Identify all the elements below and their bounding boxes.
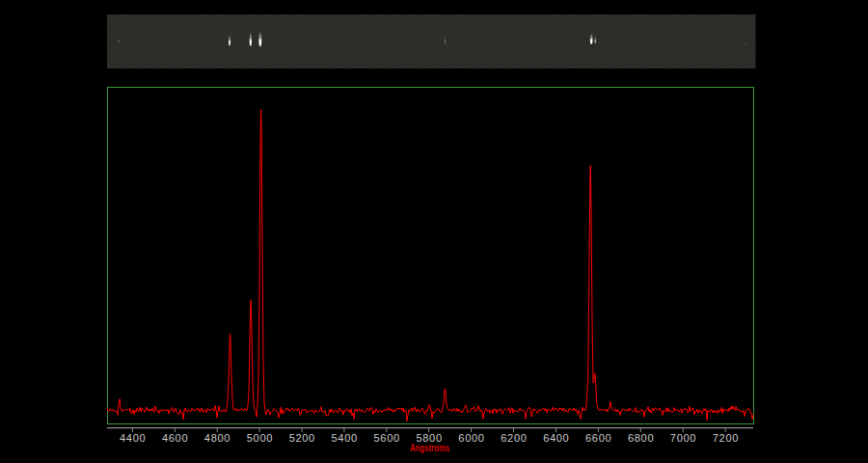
svg-text:4400: 4400 <box>120 432 146 444</box>
svg-text:7000: 7000 <box>670 432 696 444</box>
svg-text:6600: 6600 <box>585 432 611 444</box>
svg-text:6000: 6000 <box>458 432 484 444</box>
svg-text:4800: 4800 <box>204 432 231 444</box>
svg-text:5800: 5800 <box>416 432 442 444</box>
svg-text:Angstroms: Angstroms <box>410 443 449 453</box>
svg-text:5400: 5400 <box>332 432 358 444</box>
svg-text:5600: 5600 <box>374 432 400 444</box>
svg-text:6400: 6400 <box>543 432 569 444</box>
svg-text:6800: 6800 <box>628 432 654 444</box>
svg-text:5200: 5200 <box>289 432 315 444</box>
svg-text:5000: 5000 <box>247 432 273 444</box>
svg-text:7200: 7200 <box>713 432 739 444</box>
svg-text:4600: 4600 <box>162 432 188 444</box>
svg-text:6200: 6200 <box>501 432 527 444</box>
